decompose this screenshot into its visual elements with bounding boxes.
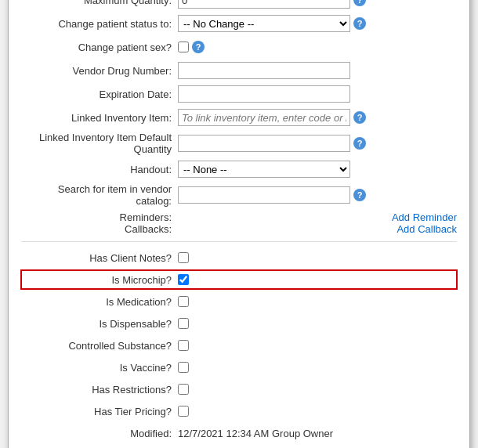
max-quantity-row: Maximum Quantity: ?	[21, 0, 457, 9]
is-medication-label: Is Medication?	[21, 296, 178, 308]
max-quantity-label: Maximum Quantity:	[21, 0, 178, 6]
is-dispensable-row: Is Dispensable?	[21, 314, 457, 333]
linked-inventory-item-row: Linked Inventory Item: ?	[21, 108, 457, 127]
linked-inventory-item-input[interactable]	[178, 109, 350, 126]
reminders-callbacks-labels: Reminders: Callbacks:	[21, 211, 178, 235]
linked-inventory-default-qty-row: Linked Inventory Item Default Quantity ?	[21, 132, 457, 155]
is-dispensable-checkbox[interactable]	[178, 318, 189, 329]
change-patient-status-help-icon[interactable]: ?	[353, 17, 366, 30]
change-patient-sex-label: Change patient sex?	[21, 42, 178, 53]
change-patient-sex-checkbox[interactable]	[178, 42, 189, 52]
vendor-drug-number-control-wrap	[178, 62, 457, 79]
modified-control-wrap: 12/7/2021 12:34 AM Group Owner	[178, 428, 457, 439]
controlled-substance-checkbox[interactable]	[178, 340, 189, 351]
checkbox-section: Has Client Notes? Is Microchip? Is Medic…	[21, 248, 457, 443]
linked-inventory-default-qty-help-icon[interactable]: ?	[353, 137, 366, 150]
has-tier-pricing-control-wrap	[178, 406, 457, 417]
handout-label: Handout:	[21, 164, 178, 175]
edit-inventory-dialog: Edit Inventory Item × Maximum Quantity: …	[8, 0, 470, 448]
has-client-notes-row: Has Client Notes?	[21, 248, 457, 267]
has-tier-pricing-label: Has Tier Pricing?	[21, 406, 178, 417]
modified-row: Modified: 12/7/2021 12:34 AM Group Owner	[21, 424, 457, 443]
change-patient-status-row: Change patient status to: -- No Change -…	[21, 14, 457, 33]
expiration-date-row: Expiration Date:	[21, 85, 457, 103]
add-reminder-link[interactable]: Add Reminder	[178, 211, 457, 223]
search-vendor-catalog-row: Search for item in vendor catalog: ?	[21, 183, 457, 207]
controlled-substance-row: Controlled Substance?	[21, 336, 457, 355]
controlled-substance-label: Controlled Substance?	[21, 340, 178, 352]
modified-value: 12/7/2021 12:34 AM Group Owner	[178, 428, 333, 439]
reminders-callbacks-row: Reminders: Callbacks: Add Reminder Add C…	[21, 211, 457, 235]
has-client-notes-checkbox[interactable]	[178, 252, 189, 263]
modified-label: Modified:	[21, 428, 178, 439]
linked-inventory-item-control-wrap: ?	[178, 109, 457, 126]
change-patient-status-label: Change patient status to:	[21, 18, 178, 30]
change-patient-status-control-wrap: -- No Change -- ?	[178, 15, 457, 32]
expiration-date-control-wrap	[178, 85, 457, 103]
has-restrictions-control-wrap	[178, 384, 457, 395]
is-microchip-checkbox[interactable]	[178, 274, 189, 285]
is-dispensable-label: Is Dispensable?	[21, 318, 178, 330]
has-restrictions-label: Has Restrictions?	[21, 384, 178, 396]
expiration-date-label: Expiration Date:	[21, 89, 178, 100]
max-quantity-help-icon[interactable]: ?	[353, 0, 366, 6]
linked-inventory-item-help-icon[interactable]: ?	[353, 111, 366, 124]
vendor-drug-number-row: Vendor Drug Number:	[21, 61, 457, 80]
has-tier-pricing-row: Has Tier Pricing?	[21, 402, 457, 421]
is-vaccine-checkbox[interactable]	[178, 362, 189, 373]
has-restrictions-checkbox[interactable]	[178, 384, 189, 395]
is-vaccine-row: Is Vaccine?	[21, 358, 457, 377]
change-patient-sex-control-wrap: ?	[178, 41, 457, 53]
reminders-label: Reminders:	[21, 211, 172, 223]
vendor-drug-number-input[interactable]	[178, 62, 350, 79]
max-quantity-input[interactable]	[178, 0, 350, 9]
linked-inventory-default-qty-input[interactable]	[178, 135, 350, 152]
is-vaccine-control-wrap	[178, 362, 457, 373]
change-patient-sex-help-icon[interactable]: ?	[192, 41, 205, 53]
linked-inventory-default-qty-control-wrap: ?	[178, 135, 457, 152]
has-client-notes-label: Has Client Notes?	[21, 252, 178, 264]
is-medication-row: Is Medication?	[21, 292, 457, 311]
is-medication-checkbox[interactable]	[178, 296, 189, 307]
has-tier-pricing-checkbox[interactable]	[178, 406, 189, 417]
change-patient-sex-row: Change patient sex? ?	[21, 38, 457, 56]
search-vendor-catalog-control-wrap: ?	[178, 186, 457, 204]
has-client-notes-control-wrap	[178, 252, 457, 263]
linked-inventory-default-qty-label: Linked Inventory Item Default Quantity	[21, 132, 178, 155]
handout-row: Handout: -- None --	[21, 160, 457, 179]
change-patient-status-select[interactable]: -- No Change --	[178, 15, 350, 32]
callbacks-label: Callbacks:	[21, 223, 172, 235]
is-vaccine-label: Is Vaccine?	[21, 362, 178, 374]
expiration-date-input[interactable]	[178, 85, 350, 103]
is-microchip-label: Is Microchip?	[21, 274, 178, 286]
add-callback-link[interactable]: Add Callback	[178, 223, 457, 235]
handout-control-wrap: -- None --	[178, 161, 457, 178]
reminders-callbacks-links: Add Reminder Add Callback	[178, 211, 457, 235]
is-dispensable-control-wrap	[178, 318, 457, 329]
search-vendor-catalog-help-icon[interactable]: ?	[353, 189, 366, 201]
vendor-drug-number-label: Vendor Drug Number:	[21, 65, 178, 77]
search-vendor-catalog-label: Search for item in vendor catalog:	[21, 183, 178, 207]
controlled-substance-control-wrap	[178, 340, 457, 351]
search-vendor-catalog-input[interactable]	[178, 186, 350, 204]
has-restrictions-row: Has Restrictions?	[21, 380, 457, 399]
dialog-body: Maximum Quantity: ? Change patient statu…	[9, 0, 469, 448]
is-microchip-control-wrap	[178, 274, 457, 285]
separator	[21, 241, 457, 242]
max-quantity-control-wrap: ?	[178, 0, 457, 9]
is-medication-control-wrap	[178, 296, 457, 307]
linked-inventory-item-label: Linked Inventory Item:	[21, 112, 178, 124]
is-microchip-row: Is Microchip?	[21, 270, 457, 289]
handout-select[interactable]: -- None --	[178, 161, 350, 178]
